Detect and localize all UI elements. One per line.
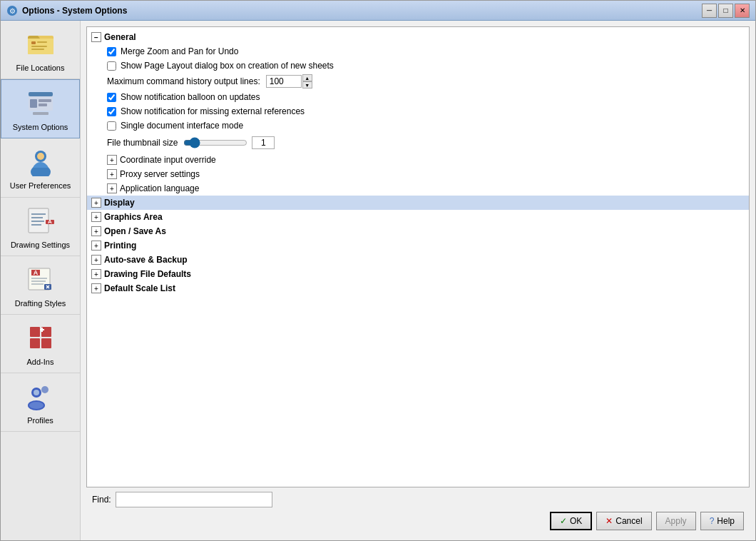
svg-point-16: [37, 153, 44, 160]
svg-text:⚙: ⚙: [9, 7, 16, 15]
sidebar-item-file-locations[interactable]: File Locations: [1, 21, 80, 79]
sidebar-item-drafting-styles[interactable]: A Drafting Styles: [1, 256, 80, 315]
close-button[interactable]: ✕: [735, 4, 750, 18]
thumbnail-slider[interactable]: [183, 136, 247, 150]
ok-checkmark-icon: ✓: [560, 516, 567, 526]
content-area: File Locations System Options: [1, 21, 755, 540]
general-header[interactable]: − General: [87, 30, 749, 44]
app-icon: ⚙: [6, 5, 18, 16]
sidebar-item-user-preferences[interactable]: User Preferences: [1, 138, 80, 197]
display-label: Display: [104, 198, 135, 208]
cancel-x-icon: ✕: [606, 516, 613, 526]
file-locations-icon: [24, 26, 58, 61]
app-language-expand-btn[interactable]: +: [107, 183, 117, 193]
autosave-label: Auto-save & Backup: [104, 255, 188, 265]
sidebar-item-drawing-settings[interactable]: A Drawing Settings: [1, 198, 80, 256]
single-document-label[interactable]: Single document interface mode: [121, 121, 243, 131]
graphics-area-expand-btn[interactable]: +: [91, 212, 101, 222]
cancel-button[interactable]: ✕ Cancel: [596, 512, 651, 530]
display-expand-btn[interactable]: +: [91, 198, 101, 208]
bottom-bar: Find:: [86, 487, 750, 507]
coordinate-label: Coordinate input override: [120, 155, 216, 165]
single-document-option: Single document interface mode: [101, 118, 749, 133]
scale-list-section[interactable]: + Default Scale List: [87, 281, 749, 295]
help-label: Help: [717, 516, 735, 526]
app-language-label: Application language: [120, 183, 199, 193]
drawing-defaults-expand-btn[interactable]: +: [91, 269, 101, 279]
svg-text:A: A: [33, 269, 38, 276]
printing-expand-btn[interactable]: +: [91, 241, 101, 251]
proxy-expand-btn[interactable]: +: [107, 169, 117, 179]
sidebar-item-add-ins[interactable]: Add-Ins: [1, 315, 80, 373]
svg-rect-34: [41, 327, 51, 337]
svg-rect-33: [30, 327, 40, 337]
window-controls: ─ □ ✕: [702, 4, 750, 18]
sidebar-label-drawing-settings: Drawing Settings: [11, 241, 70, 250]
show-notification-updates-option: Show notification balloon on updates: [101, 90, 749, 104]
coordinate-expand-btn[interactable]: +: [107, 155, 117, 165]
drafting-styles-icon: A: [24, 262, 58, 296]
autosave-expand-btn[interactable]: +: [91, 255, 101, 265]
thumbnail-slider-container: [183, 136, 275, 150]
general-collapse-btn[interactable]: −: [91, 32, 101, 42]
single-document-checkbox[interactable]: [107, 121, 116, 131]
autosave-section[interactable]: + Auto-save & Backup: [87, 253, 749, 267]
thumbnail-value-input[interactable]: [252, 136, 275, 149]
merge-zoom-label[interactable]: Merge Zoom and Pan for Undo: [121, 46, 238, 56]
show-page-layout-label[interactable]: Show Page Layout dialog box on creation …: [121, 61, 334, 71]
title-bar: ⚙ Options - System Options ─ □ ✕: [1, 1, 755, 21]
cancel-label: Cancel: [615, 516, 642, 526]
show-page-layout-option: Show Page Layout dialog box on creation …: [101, 59, 749, 73]
open-save-label: Open / Save As: [104, 226, 166, 236]
drawing-defaults-section[interactable]: + Drawing File Defaults: [87, 267, 749, 281]
history-spin-up[interactable]: ▲: [302, 74, 312, 81]
system-options-icon: [24, 86, 58, 120]
scale-list-expand-btn[interactable]: +: [91, 283, 101, 293]
max-history-label: Maximum command history output lines:: [107, 76, 260, 86]
svg-rect-13: [33, 112, 48, 115]
svg-rect-11: [39, 99, 51, 102]
help-button[interactable]: ? Help: [700, 512, 744, 530]
show-page-layout-checkbox[interactable]: [107, 61, 116, 71]
svg-rect-9: [29, 92, 53, 96]
printing-section[interactable]: + Printing: [87, 238, 749, 253]
maximize-button[interactable]: □: [718, 4, 733, 18]
apply-button[interactable]: Apply: [656, 512, 696, 530]
show-notification-updates-checkbox[interactable]: [107, 93, 116, 102]
ok-label: OK: [570, 516, 582, 526]
history-spinner: ▲ ▼: [302, 74, 312, 89]
printing-label: Printing: [104, 241, 136, 251]
merge-zoom-option: Merge Zoom and Pan for Undo: [101, 44, 749, 59]
svg-rect-4: [31, 41, 36, 44]
button-bar: ✓ OK ✕ Cancel Apply ? Help: [86, 507, 750, 535]
proxy-label: Proxy server settings: [120, 169, 200, 179]
sidebar-item-system-options[interactable]: System Options: [1, 79, 80, 138]
app-language-item[interactable]: + Application language: [101, 181, 749, 196]
history-spin-down[interactable]: ▼: [302, 81, 312, 89]
minimize-button[interactable]: ─: [702, 4, 717, 18]
show-notification-missing-label[interactable]: Show notification for missing external r…: [121, 106, 305, 116]
main-panel: − General Merge Zoom and Pan for Undo Sh…: [81, 21, 755, 540]
proxy-server-item[interactable]: + Proxy server settings: [101, 167, 749, 181]
sidebar-label-add-ins: Add-Ins: [27, 358, 54, 367]
display-section[interactable]: + Display: [87, 196, 749, 210]
sidebar: File Locations System Options: [1, 21, 81, 540]
sidebar-item-profiles[interactable]: Profiles: [1, 373, 80, 432]
show-notification-updates-label[interactable]: Show notification balloon on updates: [121, 92, 260, 102]
svg-rect-36: [41, 338, 51, 348]
show-notification-missing-checkbox[interactable]: [107, 107, 116, 116]
coordinate-input-item[interactable]: + Coordinate input override: [101, 153, 749, 167]
open-save-section[interactable]: + Open / Save As: [87, 224, 749, 238]
ok-button[interactable]: ✓ OK: [550, 512, 592, 530]
max-history-input[interactable]: [266, 75, 302, 88]
apply-label: Apply: [665, 516, 687, 526]
open-save-expand-btn[interactable]: +: [91, 226, 101, 236]
sidebar-label-profiles: Profiles: [27, 416, 53, 425]
find-input[interactable]: [116, 492, 272, 507]
user-preferences-icon: [24, 144, 58, 178]
tree-area: − General Merge Zoom and Pan for Undo Sh…: [86, 26, 750, 487]
profiles-icon: [24, 379, 58, 413]
merge-zoom-checkbox[interactable]: [107, 47, 116, 56]
drawing-defaults-label: Drawing File Defaults: [104, 269, 191, 279]
graphics-area-section[interactable]: + Graphics Area: [87, 210, 749, 224]
